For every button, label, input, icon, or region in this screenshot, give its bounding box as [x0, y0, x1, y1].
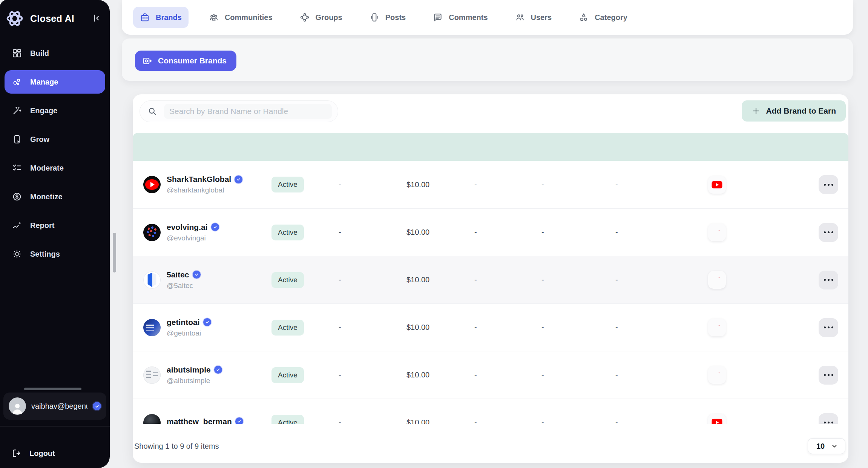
table-row[interactable]: evolving.ai @evolvingai Active - $10.00 … [133, 208, 848, 256]
status-cell: Active [267, 225, 335, 240]
brand-meta: aibutsimple @aibutsimple [167, 365, 222, 385]
tab[interactable]: Comments [426, 7, 494, 28]
tab-label: Groups [316, 13, 342, 22]
sidebar: Closed AI Build Manage Engage Grow [0, 0, 110, 468]
integrated-socials-cell [698, 223, 808, 241]
page-size-value: 10 [816, 442, 825, 451]
brand-meta: 5aitec @5aitec [167, 270, 201, 290]
logout-icon [11, 448, 21, 458]
brand-cell: 5aitec @5aitec [133, 270, 267, 290]
table-row[interactable]: aibutsimple @aibutsimple Active - $10.00… [133, 351, 848, 399]
tab[interactable]: Groups [293, 7, 349, 28]
logout-button[interactable]: Logout [11, 448, 55, 458]
brand-meta: getintoai @getintoai [167, 318, 211, 337]
actions-cell [808, 318, 848, 337]
row-actions-button[interactable] [819, 366, 838, 385]
cpm-value: $10.00 [403, 276, 471, 284]
brand-avatar [143, 366, 161, 384]
sidebar-collapse-button[interactable] [90, 12, 102, 25]
brand-meta: SharkTankGlobal @sharktankglobal [167, 175, 242, 194]
cpm-value: $10.00 [403, 371, 471, 379]
tab[interactable]: Users [508, 7, 559, 28]
brand-avatar [143, 224, 161, 241]
youtube-icon[interactable] [708, 176, 726, 194]
instagram-icon[interactable] [708, 271, 726, 289]
sidebar-item[interactable]: Grow [5, 128, 105, 151]
instagram-icon[interactable] [708, 366, 726, 384]
sidebar-item-icon [12, 192, 22, 202]
add-brand-button[interactable]: Add Brand to Earn [742, 100, 846, 122]
sidebar-horizontal-scrollbar[interactable] [24, 388, 81, 390]
page-size-select[interactable]: 10 [808, 438, 845, 454]
tab[interactable]: Posts [363, 7, 413, 28]
earnings-value: - [335, 323, 403, 332]
avg-views-value: - [612, 323, 698, 332]
user-card[interactable]: vaibhav@begenu... [3, 393, 106, 420]
table-body: SharkTankGlobal @sharktankglobal Active … [133, 161, 848, 424]
tab-label: Category [595, 13, 627, 22]
status-badge: Active [271, 367, 304, 383]
avg-views-value: - [612, 418, 698, 424]
tab-icon [300, 12, 310, 22]
row-actions-button[interactable] [819, 223, 838, 242]
brand-cell: getintoai @getintoai [133, 318, 267, 337]
status-cell: Active [267, 415, 335, 424]
sidebar-item[interactable]: Manage [5, 70, 105, 94]
brand-cell: evolving.ai @evolvingai [133, 223, 267, 242]
sidebar-item-label: Moderate [30, 164, 64, 172]
consumer-brands-button[interactable]: Consumer Brands [135, 51, 236, 71]
brand-avatar [143, 414, 161, 424]
verified-badge-icon [235, 417, 243, 424]
table-row[interactable]: matthew_berman Active - $10.00 - - - [133, 399, 848, 424]
actions-cell [808, 366, 848, 385]
page-scrollbar[interactable] [113, 233, 116, 272]
sidebar-item[interactable]: Moderate [5, 156, 105, 180]
app-logo-icon [5, 9, 24, 28]
tab-icon [209, 12, 219, 22]
instagram-icon[interactable] [708, 223, 726, 241]
youtube-icon[interactable] [708, 414, 726, 424]
unique-viewers-value: - [538, 418, 612, 424]
search-box[interactable] [140, 100, 338, 122]
search-input[interactable] [164, 104, 332, 119]
actions-cell [808, 413, 848, 424]
tab-icon [433, 12, 443, 22]
table-row[interactable]: 5aitec @5aitec Active - $10.00 - - - [133, 256, 848, 303]
brand-handle: @5aitec [167, 282, 201, 290]
unique-viewers-value: - [538, 228, 612, 237]
tab-label: Comments [449, 13, 488, 22]
sidebar-item[interactable]: Settings [5, 242, 105, 266]
tab[interactable]: Brands [133, 7, 189, 28]
verified-badge-icon [214, 366, 222, 374]
tab[interactable]: Communities [202, 7, 279, 28]
tab[interactable]: Category [572, 7, 634, 28]
sidebar-item[interactable]: Monetize [5, 185, 105, 208]
row-actions-button[interactable] [819, 413, 838, 424]
items-summary: Showing 1 to 9 of 9 items [134, 442, 219, 451]
instagram-icon[interactable] [708, 319, 726, 336]
row-actions-button[interactable] [819, 175, 838, 194]
brand-avatar [143, 319, 161, 336]
actions-cell [808, 271, 848, 289]
verified-badge-icon [193, 271, 201, 279]
tab-icon [370, 12, 379, 22]
brand-cell: matthew_berman [133, 414, 267, 424]
row-actions-button[interactable] [819, 271, 838, 289]
table-row[interactable]: SharkTankGlobal @sharktankglobal Active … [133, 161, 848, 208]
sidebar-item-icon [12, 106, 22, 115]
sidebar-item-icon [12, 220, 22, 230]
sidebar-item[interactable]: Engage [5, 99, 105, 122]
sidebar-item[interactable]: Report [5, 214, 105, 237]
row-actions-button[interactable] [819, 318, 838, 337]
avg-views-value: - [612, 228, 698, 237]
tab-label: Brands [156, 13, 182, 22]
sidebar-item[interactable]: Build [5, 42, 105, 65]
tab-label: Communities [225, 13, 273, 22]
table-row[interactable]: getintoai @getintoai Active - $10.00 - -… [133, 303, 848, 351]
sidebar-divider [0, 426, 110, 426]
integrated-socials-cell [698, 414, 808, 424]
table-header [133, 133, 848, 161]
brands-panel: Add Brand to Earn SharkTankGlobal @shark… [133, 94, 848, 463]
sidebar-item-label: Monetize [30, 192, 63, 201]
brand-name: matthew_berman [167, 417, 232, 424]
